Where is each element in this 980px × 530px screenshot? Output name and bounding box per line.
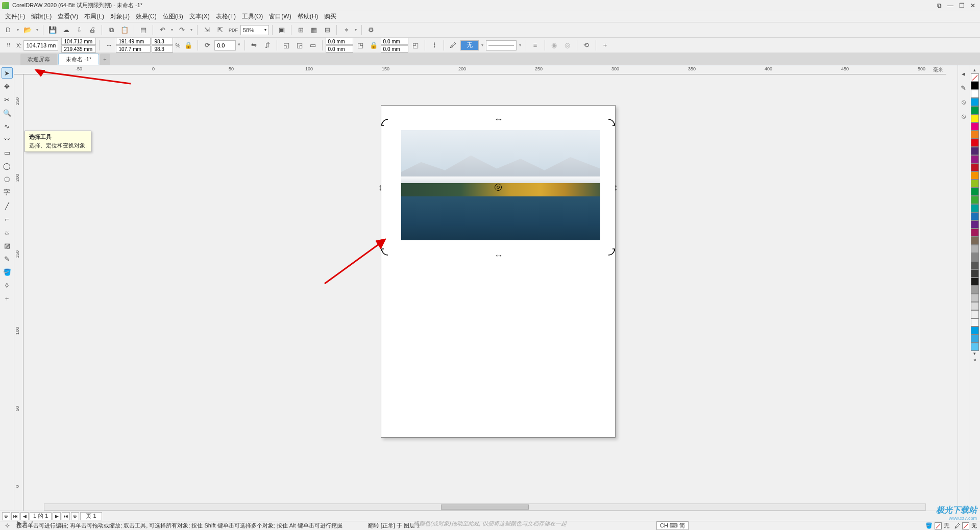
- page-tab[interactable]: 页 1: [80, 512, 102, 520]
- guidelines-icon[interactable]: ⊟: [321, 24, 333, 36]
- outline2-input[interactable]: [326, 45, 353, 53]
- color-swatch[interactable]: [971, 114, 979, 122]
- new-drop-icon[interactable]: ▾: [15, 28, 20, 32]
- no-fill-indicator-icon[interactable]: ⦸: [958, 96, 970, 108]
- mirror-v-icon[interactable]: ⇵: [261, 39, 274, 52]
- text-tool-icon[interactable]: 字: [2, 187, 13, 198]
- outline-corner-icon[interactable]: ◳: [354, 39, 366, 52]
- outline-tool-icon[interactable]: ◊: [2, 280, 13, 291]
- undo-icon[interactable]: ↶: [156, 24, 168, 36]
- no-outline-indicator-icon[interactable]: ⦸: [958, 110, 970, 122]
- color-swatch[interactable]: [971, 122, 979, 131]
- color-swatch[interactable]: [971, 155, 979, 163]
- redo-icon[interactable]: ↷: [176, 24, 188, 36]
- artistic-tool-icon[interactable]: 〰: [2, 134, 13, 145]
- color-swatch[interactable]: [971, 286, 979, 294]
- color-swatch[interactable]: [971, 196, 979, 204]
- color-swatch[interactable]: [971, 326, 979, 335]
- outline-lock-icon[interactable]: 🔒: [368, 39, 380, 52]
- menu-help[interactable]: 帮助(H): [295, 11, 322, 22]
- zoom-tool-icon[interactable]: 🔍: [2, 107, 13, 118]
- zoom-select[interactable]: 58%▾: [240, 25, 269, 35]
- color-swatch[interactable]: [971, 335, 979, 343]
- grid-icon[interactable]: ▦: [308, 24, 320, 36]
- canvas[interactable]: ↔ ↔ ↕ ↕: [23, 74, 946, 511]
- palette-up-icon[interactable]: ▴: [973, 67, 976, 73]
- outline3-input[interactable]: [381, 38, 408, 45]
- color-swatch[interactable]: [971, 139, 979, 147]
- open-drop-icon[interactable]: ▾: [35, 28, 40, 32]
- page-add-icon[interactable]: ⊕: [2, 512, 10, 520]
- cloud-up-icon[interactable]: ☁: [60, 24, 72, 36]
- menu-effects[interactable]: 效果(C): [133, 11, 160, 22]
- status-outline[interactable]: 🖊 无: [954, 522, 977, 529]
- order-front-icon[interactable]: ◱: [280, 39, 292, 52]
- clipboard-icon[interactable]: ▤: [137, 24, 150, 36]
- rotation-input[interactable]: [214, 40, 236, 51]
- menu-text[interactable]: 文本(X): [186, 11, 213, 22]
- outline-corner2-icon[interactable]: ◰: [409, 39, 422, 52]
- fill-drop-icon[interactable]: ▾: [480, 43, 485, 47]
- window-maximize-icon[interactable]: ❐: [957, 2, 967, 10]
- color-swatch[interactable]: [971, 302, 979, 310]
- color-swatch[interactable]: [971, 269, 979, 277]
- fill-tool-icon[interactable]: 🪣: [2, 266, 13, 277]
- publish-pdf-icon[interactable]: PDF: [227, 24, 239, 36]
- color-swatch[interactable]: [971, 310, 979, 318]
- scale-x-input[interactable]: [152, 38, 173, 45]
- color-swatch[interactable]: [971, 237, 979, 245]
- window-close-icon[interactable]: ✕: [968, 2, 978, 10]
- line-drop-icon[interactable]: ▾: [518, 43, 523, 47]
- connector-tool-icon[interactable]: ⌐: [2, 213, 13, 224]
- pos-x-input[interactable]: [23, 40, 58, 51]
- status-fill[interactable]: 🪣 无: [925, 522, 949, 529]
- color-swatch[interactable]: [971, 106, 979, 114]
- fill-preview[interactable]: 无: [460, 40, 479, 51]
- color-swatch[interactable]: [971, 261, 979, 269]
- parallel-tool-icon[interactable]: ╱: [2, 200, 13, 211]
- pos-y-field[interactable]: [61, 45, 96, 53]
- menu-window[interactable]: 窗口(W): [266, 11, 294, 22]
- rotation-center-icon[interactable]: [495, 184, 502, 191]
- color-swatch[interactable]: [971, 204, 979, 212]
- skew-handle-top-icon[interactable]: ↔: [494, 115, 503, 123]
- tab-document[interactable]: 未命名 -1*: [58, 54, 99, 65]
- ime-indicator[interactable]: CH ⌨ 简: [656, 521, 689, 530]
- rotate-handle-br-icon[interactable]: [607, 248, 616, 256]
- undo-drop-icon[interactable]: ▾: [169, 28, 175, 32]
- menu-tools[interactable]: 工具(O): [239, 11, 266, 22]
- shape-tool-icon[interactable]: ✥: [2, 81, 13, 92]
- color-swatch[interactable]: [971, 212, 979, 220]
- print-icon[interactable]: 🖨: [86, 24, 99, 36]
- snap-icon[interactable]: ⌖: [340, 24, 352, 36]
- window-minimize-icon[interactable]: —: [945, 2, 955, 10]
- color-swatch[interactable]: [971, 253, 979, 261]
- height-input[interactable]: [116, 45, 151, 53]
- ruler-icon[interactable]: ⊞: [295, 24, 307, 36]
- bitmap-icon[interactable]: ◎: [561, 39, 574, 52]
- skew-handle-bottom-icon[interactable]: ↔: [494, 251, 503, 259]
- page-prev-icon[interactable]: ◀: [20, 512, 29, 520]
- lock-ratio-icon[interactable]: 🔒: [182, 39, 194, 52]
- menu-edit[interactable]: 编辑(E): [28, 11, 55, 22]
- open-icon[interactable]: 📂: [21, 24, 34, 36]
- tab-add-icon[interactable]: +: [100, 54, 110, 65]
- scale-y-input[interactable]: [152, 45, 173, 53]
- horizontal-scrollbar[interactable]: [44, 503, 926, 511]
- menu-bitmap[interactable]: 位图(B): [160, 11, 186, 22]
- ellipse-tool-icon[interactable]: ◯: [2, 160, 13, 171]
- color-swatch[interactable]: [971, 229, 979, 237]
- rotate-handle-tl-icon[interactable]: [381, 118, 389, 127]
- eyedropper-tool-icon[interactable]: ✎: [2, 253, 13, 264]
- paste-icon[interactable]: 📋: [118, 24, 131, 36]
- eyedropper-docker-icon[interactable]: ✎: [958, 82, 970, 94]
- color-swatch[interactable]: [971, 98, 979, 106]
- window-popout-icon[interactable]: ⧉: [934, 2, 944, 10]
- snap-drop-icon[interactable]: ▾: [353, 28, 358, 32]
- palette-down-icon[interactable]: ▾: [973, 351, 976, 357]
- scrollbar-thumb[interactable]: [441, 504, 529, 510]
- horizontal-ruler[interactable]: 毫米 -50050100150200250300350400450500: [14, 65, 946, 74]
- color-swatch[interactable]: [971, 343, 979, 351]
- toolbox-add-icon[interactable]: +: [2, 293, 13, 304]
- refresh-icon[interactable]: ⟲: [580, 39, 593, 52]
